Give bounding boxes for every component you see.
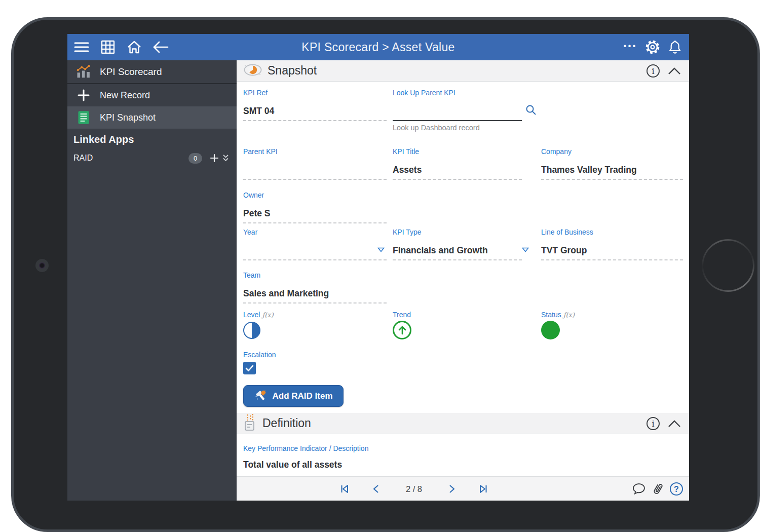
info-icon[interactable]: i — [645, 416, 661, 431]
field-kpi-ref[interactable]: KPI Ref SMT 04 — [243, 89, 387, 121]
svg-text:i: i — [652, 419, 654, 429]
field-parent-kpi[interactable]: Parent KPI — [243, 147, 387, 180]
add-raid-item-label: Add RAID Item — [273, 391, 333, 401]
page-indicator: 2 / 8 — [401, 484, 427, 494]
help-icon[interactable]: ? — [669, 481, 684, 497]
chevron-down-icon[interactable] — [522, 245, 529, 254]
search-icon[interactable] — [525, 104, 537, 118]
svg-text:?: ? — [674, 485, 679, 493]
home-icon[interactable] — [125, 38, 143, 56]
field-label: Key Performance Indicator / Description — [243, 444, 368, 452]
info-icon[interactable]: i — [645, 63, 661, 79]
status-green-circle-icon — [541, 321, 560, 339]
sidebar-app-title-label: KPI Scorecard — [100, 66, 162, 78]
definition-doc-icon — [244, 414, 257, 433]
section-title: Definition — [262, 416, 311, 430]
raid-expand-chevrons-icon[interactable] — [220, 152, 231, 164]
raid-add-icon[interactable] — [208, 152, 220, 164]
field-line-of-business[interactable]: Line of Business TVT Group — [541, 228, 683, 260]
field-trend: Trend — [393, 311, 522, 342]
field-label: Parent KPI — [243, 147, 278, 156]
sidebar-item-kpi-snapshot[interactable]: KPI Snapshot — [67, 106, 237, 129]
field-kpi-title[interactable]: KPI Title Assets — [393, 147, 522, 180]
hamburger-menu-icon[interactable] — [72, 38, 91, 56]
field-label: Team — [243, 271, 260, 279]
field-label: Line of Business — [541, 228, 593, 236]
escalation-checkbox[interactable] — [243, 362, 256, 374]
plus-icon — [75, 88, 92, 103]
raid-count-badge: 0 — [188, 153, 202, 164]
field-owner[interactable]: Owner Pete S — [243, 191, 387, 223]
field-status: Statusƒ(x) — [541, 311, 683, 342]
sidebar-app-title[interactable]: KPI Scorecard — [67, 60, 237, 84]
stage: KPI Scorecard > Asset Value ••• — [0, 0, 760, 532]
record-form: Snapshot i KPI Ref SMT 04 Look Up Parent… — [237, 60, 689, 501]
field-label: Year — [243, 228, 257, 236]
svg-text:i: i — [652, 66, 654, 76]
app-grid-icon[interactable] — [99, 38, 117, 56]
field-value: Assets — [393, 165, 422, 175]
kpi-scorecard-chart-icon — [75, 64, 92, 80]
field-lookup-parent-kpi[interactable]: Look Up Parent KPI Look up Dashboard rec… — [393, 89, 522, 121]
field-company[interactable]: Company Thames Valley Trading — [541, 147, 683, 180]
next-record-icon[interactable] — [445, 482, 459, 496]
tablet-camera — [35, 259, 49, 272]
fx-badge: ƒ(x) — [262, 311, 273, 319]
green-document-icon — [75, 110, 92, 125]
level-half-circle-icon — [243, 322, 260, 339]
linked-app-raid[interactable]: RAID 0 — [67, 150, 237, 166]
chevron-down-icon[interactable] — [377, 245, 385, 254]
field-value: TVT Group — [541, 245, 587, 256]
field-escalation: Escalation — [243, 351, 387, 379]
field-team[interactable]: Team Sales and Marketing — [243, 271, 387, 303]
tools-icon — [254, 390, 268, 403]
field-label: Levelƒ(x) — [243, 311, 274, 319]
field-value: Pete S — [243, 208, 271, 219]
app-screen: KPI Scorecard > Asset Value ••• — [67, 34, 689, 501]
comments-icon[interactable] — [631, 481, 647, 497]
field-label: Look Up Parent KPI — [393, 89, 455, 97]
back-arrow-icon[interactable] — [151, 38, 170, 56]
field-label: Owner — [243, 191, 264, 199]
field-kpi-type-dropdown[interactable]: KPI Type Financials and Growth — [393, 228, 522, 260]
field-label: KPI Title — [393, 147, 419, 156]
field-kpi-description[interactable]: Key Performance Indicator / Description … — [243, 444, 598, 474]
field-value: Total value of all assets — [243, 460, 342, 470]
sidebar-item-label: New Record — [100, 90, 150, 101]
field-label: KPI Type — [393, 228, 422, 236]
snapshot-eye-icon — [243, 62, 262, 80]
linked-app-label: RAID — [73, 154, 93, 163]
gear-icon[interactable] — [643, 38, 662, 56]
field-label: KPI Ref — [243, 89, 268, 97]
field-label: Company — [541, 147, 572, 156]
field-year-dropdown[interactable]: Year — [243, 228, 387, 260]
record-pager: 2 / 8 ? — [237, 476, 689, 501]
field-level: Levelƒ(x) — [243, 311, 387, 342]
first-record-icon[interactable] — [338, 482, 351, 496]
trend-up-arrow-icon — [393, 321, 411, 339]
attachment-paperclip-icon[interactable] — [650, 481, 665, 497]
field-value: Financials and Growth — [393, 245, 488, 256]
last-record-icon[interactable] — [477, 482, 490, 496]
add-raid-item-button[interactable]: Add RAID Item — [243, 385, 344, 407]
sidebar: KPI Scorecard New Record KPI Snapshot Li… — [67, 60, 237, 501]
field-value: SMT 04 — [243, 106, 274, 117]
notifications-bell-icon[interactable] — [666, 38, 684, 56]
linked-apps-header: Linked Apps — [67, 129, 237, 150]
sidebar-item-new-record[interactable]: New Record — [67, 84, 237, 106]
more-options-icon[interactable]: ••• — [621, 38, 639, 56]
tablet-home-button — [702, 239, 754, 292]
sidebar-item-label: KPI Snapshot — [100, 112, 156, 123]
collapse-chevron-icon[interactable] — [667, 416, 682, 431]
section-title: Snapshot — [268, 64, 317, 78]
field-value: Thames Valley Trading — [541, 165, 637, 175]
field-label: Escalation — [243, 351, 276, 359]
field-label: Statusƒ(x) — [541, 311, 575, 319]
fx-badge: ƒ(x) — [563, 311, 575, 319]
field-label: Trend — [393, 311, 411, 319]
field-value: Sales and Marketing — [243, 288, 329, 299]
app-bar: KPI Scorecard > Asset Value ••• — [67, 34, 689, 60]
collapse-chevron-icon[interactable] — [667, 63, 682, 79]
definition-section-header: Definition i — [237, 413, 689, 434]
previous-record-icon[interactable] — [369, 482, 383, 496]
